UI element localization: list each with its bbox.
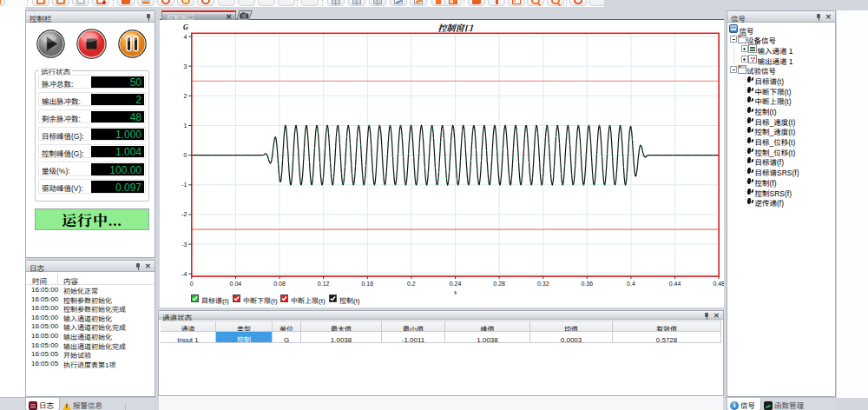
start-button[interactable] xyxy=(36,29,66,59)
bottom-tab[interactable]: 日志 xyxy=(25,398,60,410)
tree-item[interactable]: 逆传递(f) xyxy=(727,196,835,207)
log-row-time: 16:05:00 xyxy=(31,304,58,312)
toolbar-button[interactable] xyxy=(52,0,69,6)
tree-item[interactable]: 目标谱(t) xyxy=(727,74,835,84)
legend-checkbox[interactable] xyxy=(280,294,288,302)
pin-icon[interactable] xyxy=(703,312,710,320)
toolbar-button[interactable] xyxy=(327,0,345,6)
toolbar-button[interactable] xyxy=(278,0,295,6)
toolbar-button[interactable] xyxy=(488,0,505,6)
log-row[interactable]: 16:05:00 控制参数初始化 xyxy=(26,294,155,304)
tree-item[interactable]: 目标谱(f) xyxy=(727,155,835,166)
toolbar-button[interactable] xyxy=(72,0,89,6)
tree-item[interactable]: 控制SRS(f) xyxy=(727,186,835,196)
channel-col-header[interactable]: 通道 xyxy=(161,321,216,332)
bottom-tab[interactable]: 信号 xyxy=(727,398,761,410)
channel-table-row[interactable]: Input 1控制G1.0038-1.00111.00380.00030.572… xyxy=(161,332,721,343)
tab-control-window[interactable]: 控制窗口 ✕ xyxy=(161,10,236,20)
toolbar-button[interactable] xyxy=(197,0,214,6)
tree-item[interactable]: 控制(f) xyxy=(727,175,835,186)
tree-item[interactable]: 控制(t) xyxy=(727,105,835,116)
tree-item[interactable]: 目标谱SRS(f) xyxy=(727,166,835,176)
tree-item[interactable]: 控制_位移(t) xyxy=(727,145,835,155)
pin-icon[interactable] xyxy=(815,13,822,21)
toolbar-button[interactable] xyxy=(137,0,155,6)
tick-label: 0.12 xyxy=(318,281,330,287)
tick-label: -4 xyxy=(181,271,187,277)
tree-item[interactable]: 控制_速度(t) xyxy=(727,125,835,136)
channel-col-header[interactable]: 最大值 xyxy=(301,321,382,332)
zoom-icon xyxy=(531,0,540,4)
gear-icon xyxy=(161,0,170,4)
tree-expand-toggle[interactable] xyxy=(730,66,737,73)
toolbar-button[interactable] xyxy=(117,0,135,6)
log-row[interactable]: 16:05:00 控制参数初始化完成 xyxy=(26,303,155,313)
bottom-tab[interactable]: 函数管理 xyxy=(761,398,809,410)
tree-item[interactable]: 中断下限(t) xyxy=(727,84,835,95)
tree-item[interactable]: 输入通道 1 xyxy=(727,43,835,54)
toolbar-button[interactable] xyxy=(369,0,386,6)
stop-button[interactable] xyxy=(76,28,108,60)
close-icon[interactable] xyxy=(825,13,832,21)
toolbar-button[interactable] xyxy=(508,0,525,6)
log-row[interactable]: 16:05:00 输入通道初始化 xyxy=(26,313,155,322)
channel-col-header[interactable]: 最小值 xyxy=(382,321,445,332)
toolbar-button[interactable] xyxy=(258,0,275,6)
toolbar-button[interactable] xyxy=(218,0,235,6)
tree-item[interactable]: 目标_速度(t) xyxy=(727,115,835,125)
tree-expand-toggle[interactable] xyxy=(730,36,737,43)
toolbar-button[interactable] xyxy=(238,0,255,6)
toolbar-button[interactable] xyxy=(444,0,462,6)
log-row-time: 16:05:05 xyxy=(31,360,58,367)
log-row[interactable]: 16:05:00 输出通道初始化 xyxy=(26,331,155,341)
tab-snapshot[interactable] xyxy=(236,10,253,20)
tree-item[interactable]: 设备信号 xyxy=(727,34,835,44)
log-row[interactable]: 16:05:05 执行进度表第1项 xyxy=(26,359,155,368)
toolbar-button[interactable] xyxy=(390,0,407,6)
pin-icon[interactable] xyxy=(135,262,141,270)
tick-label: 0.4 xyxy=(627,281,635,287)
log-row[interactable]: 16:05:05 开始试验 xyxy=(26,349,155,359)
bottom-tab[interactable]: 报警信息 xyxy=(60,398,108,410)
toolbar-button[interactable] xyxy=(527,0,544,6)
tree-item[interactable]: 信号 xyxy=(727,23,835,34)
chart-canvas[interactable]: 00.040.080.120.160.20.240.280.320.360.40… xyxy=(160,20,724,308)
log-row[interactable]: 16:05:00 输出通道初始化完成 xyxy=(26,341,155,350)
channel-col-header[interactable]: 峰值 xyxy=(445,321,530,332)
toolbar-button[interactable] xyxy=(177,0,194,6)
toolbar-button[interactable] xyxy=(348,0,365,6)
log-panel-title: 日志 xyxy=(26,261,155,272)
close-icon[interactable] xyxy=(713,312,720,320)
tree-item[interactable]: 试验信号 xyxy=(727,64,835,75)
tick-label: 0.16 xyxy=(361,281,373,287)
tree-item[interactable]: 中断上限(t) xyxy=(727,95,835,105)
toolbar-button[interactable] xyxy=(589,0,604,6)
toolbar-button[interactable] xyxy=(410,0,427,6)
toolbar-separator xyxy=(566,0,567,7)
pause-button[interactable] xyxy=(117,29,148,59)
pin-icon[interactable] xyxy=(145,13,152,21)
tree-item[interactable]: 目标_位移(t) xyxy=(727,136,835,146)
tree-expand-toggle[interactable] xyxy=(741,45,748,52)
toolbar-button[interactable] xyxy=(157,0,174,6)
legend-checkbox[interactable] xyxy=(191,294,199,302)
toolbar-button[interactable] xyxy=(0,0,5,6)
log-row[interactable]: 16:05:00 输入通道初始化完成 xyxy=(26,321,155,331)
channel-col-header[interactable]: 有效值 xyxy=(613,321,721,332)
toolbar-button[interactable] xyxy=(569,0,587,6)
toolbar-button[interactable] xyxy=(32,0,49,6)
channel-col-header[interactable]: 类型 xyxy=(216,321,273,332)
tree-item[interactable]: 输出通道 1 xyxy=(727,54,835,64)
close-icon[interactable] xyxy=(145,262,152,270)
toolbar-button[interactable] xyxy=(92,0,109,6)
tree-expand-toggle[interactable] xyxy=(741,56,748,63)
channel-col-header[interactable]: 单位 xyxy=(273,321,301,332)
tab-icon xyxy=(29,401,37,410)
log-row[interactable]: 16:05:00 初始化正常 xyxy=(26,285,155,294)
toolbar-button[interactable] xyxy=(468,0,485,6)
channel-col-header[interactable]: 均值 xyxy=(530,321,613,332)
toolbar-button[interactable] xyxy=(547,0,564,6)
legend-checkbox[interactable] xyxy=(329,294,337,302)
toolbar-button[interactable] xyxy=(301,0,319,6)
legend-checkbox[interactable] xyxy=(233,294,240,302)
